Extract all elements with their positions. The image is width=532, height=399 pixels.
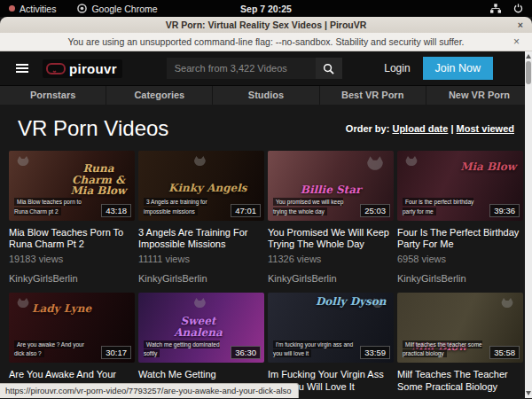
video-title-link[interactable]: Mia Blow Teaches Porn To Runa Charm Pt 2 xyxy=(9,227,135,250)
video-title-link[interactable]: Milf Teaches The Teacher Some Practical … xyxy=(397,369,523,392)
network-icon[interactable] xyxy=(490,4,501,13)
nav-item-categories[interactable]: Categories xyxy=(106,86,212,105)
cat-mask-watermark-icon xyxy=(371,297,385,309)
sort-most-viewed-link[interactable]: Most viewed xyxy=(457,123,514,134)
logo-text: pirouvr xyxy=(69,61,117,76)
view-count: 6958 views xyxy=(397,254,523,264)
video-card: Runa Charm & Mia Blow Mia Blow teaches p… xyxy=(9,151,135,284)
video-thumbnail[interactable]: Sweet Analena Watch me getting dominated… xyxy=(138,293,264,363)
view-count: 19183 views xyxy=(9,254,135,264)
login-link[interactable]: Login xyxy=(384,62,410,74)
thumbnail-overlay-name: Mia Blow xyxy=(460,161,516,173)
warning-message: You are using an unsupported command-lin… xyxy=(67,36,464,47)
thumbnail-caption: Four is the perfect birthday party for m… xyxy=(403,198,484,216)
nav-item-pornstars[interactable]: Pornstars xyxy=(0,86,106,105)
scrollbar-thumb[interactable] xyxy=(526,61,531,84)
cat-mask-watermark-icon xyxy=(365,155,385,171)
search-input[interactable] xyxy=(167,58,316,79)
warning-close-icon[interactable]: × xyxy=(513,35,520,48)
duration-badge: 47:01 xyxy=(231,204,261,217)
video-card: Mia Blow Milf teaches the teacher some p… xyxy=(397,293,523,398)
duration-badge: 35:58 xyxy=(489,346,520,359)
warning-bar: You are using an unsupported command-lin… xyxy=(0,33,532,51)
power-icon[interactable] xyxy=(513,4,523,13)
browser-viewport: pirouvr Login Join Now Pornstars Categor… xyxy=(0,51,532,398)
thumbnail-overlay-name: Runa Charm & Mia Blow xyxy=(66,163,130,197)
order-by-label: Order by: xyxy=(346,123,390,134)
view-count: 11111 views xyxy=(138,254,264,264)
activities-label: Activities xyxy=(20,4,56,14)
duration-badge: 33:59 xyxy=(360,346,390,359)
thumbnail-caption: Milf teaches the teacher some practical … xyxy=(403,340,484,359)
page-header: VR Porn Videos Order by: Upload date | M… xyxy=(0,105,532,149)
window-title: VR Porn: Virtual Reality Sex Videos | Pi… xyxy=(166,20,367,30)
site-header: pirouvr Login Join Now xyxy=(0,51,532,85)
clock[interactable]: Sep 7 20:25 xyxy=(240,4,292,14)
main-nav: Pornstars Categories Studios Best VR Por… xyxy=(0,85,532,105)
sort-separator: | xyxy=(450,123,453,134)
thumbnail-overlay-name: Mia Blow xyxy=(411,341,467,353)
window-close-icon[interactable]: × xyxy=(518,17,523,33)
duration-badge: 43:18 xyxy=(101,204,131,217)
sort-upload-date-link[interactable]: Upload date xyxy=(392,123,448,134)
studio-link[interactable]: KinkyGirlsBerlin xyxy=(397,273,523,284)
search-button[interactable] xyxy=(316,58,342,79)
page-title: VR Porn Videos xyxy=(18,116,168,141)
video-title-link[interactable]: You Promised We Will Keep Trying The Who… xyxy=(268,227,394,250)
status-bar-url: https://pirouvr.com/vr-porn-video/779325… xyxy=(0,383,299,398)
system-top-bar: Activities Google Chrome Sep 7 20:25 xyxy=(0,0,532,17)
nav-item-new-vr-porn[interactable]: New VR Porn xyxy=(426,86,532,105)
video-grid: Runa Charm & Mia Blow Mia Blow teaches p… xyxy=(0,149,532,398)
scroll-down-arrow-icon[interactable] xyxy=(526,391,531,395)
thumbnail-overlay-name: Sweet Analena xyxy=(167,316,230,338)
studio-link[interactable]: KinkyGirlsBerlin xyxy=(138,273,264,284)
join-now-button[interactable]: Join Now xyxy=(423,57,493,80)
thumbnail-overlay-name: Kinky Angels xyxy=(168,183,247,194)
vr-goggles-icon xyxy=(46,63,66,74)
duration-badge: 25:03 xyxy=(360,204,390,217)
cat-mask-watermark-icon xyxy=(500,297,514,309)
active-app-menu[interactable]: Google Chrome xyxy=(77,4,157,14)
cat-mask-watermark-icon xyxy=(192,155,207,167)
chrome-icon xyxy=(77,4,87,13)
view-count: 4754 views xyxy=(397,396,523,398)
search-bar xyxy=(167,58,342,79)
thumbnail-caption: 3 Angels are training for impossible mis… xyxy=(144,198,225,216)
video-thumbnail[interactable]: Mia Blow Milf teaches the teacher some p… xyxy=(397,293,523,363)
duration-badge: 39:36 xyxy=(489,204,520,217)
video-title-link[interactable]: Four Is The Perfect Birthday Party For M… xyxy=(397,227,523,250)
thumbnail-caption: Watch me getting dominated softly xyxy=(144,340,225,359)
cat-mask-watermark-icon xyxy=(16,297,30,309)
nav-item-studios[interactable]: Studios xyxy=(212,86,318,105)
thumbnail-caption: You promised we will keep trying the who… xyxy=(273,198,355,216)
video-thumbnail[interactable]: Kinky Angels 3 Angels are training for i… xyxy=(138,151,264,221)
nav-item-best-vr-porn[interactable]: Best VR Porn xyxy=(319,86,426,105)
video-title-link[interactable]: 3 Angels Are Training For Impossible Mis… xyxy=(138,227,264,250)
search-icon xyxy=(323,63,334,74)
video-thumbnail[interactable]: Dolly Dyson I'm fucking your virgin ass … xyxy=(268,293,394,363)
video-thumbnail[interactable]: Billie Star You promised we will keep tr… xyxy=(268,151,394,221)
video-card: Mia Blow Four is the perfect birthday pa… xyxy=(397,151,523,284)
scroll-up-arrow-icon[interactable] xyxy=(526,54,531,59)
video-thumbnail[interactable]: Lady Lyne Are you awake ? And your dick … xyxy=(9,293,135,363)
activities-button[interactable]: Activities xyxy=(9,4,56,14)
cat-mask-watermark-icon xyxy=(192,297,207,309)
window-title-bar: VR Porn: Virtual Reality Sex Videos | Pi… xyxy=(0,17,532,33)
thumbnail-caption: I'm fucking your virgin ass and you will… xyxy=(273,340,355,359)
video-thumbnail[interactable]: Mia Blow Four is the perfect birthday pa… xyxy=(397,151,523,221)
video-card: Billie Star You promised we will keep tr… xyxy=(268,151,394,284)
menu-icon[interactable] xyxy=(16,62,28,74)
scrollbar[interactable] xyxy=(525,51,532,398)
recording-dot-icon xyxy=(9,5,15,12)
thumbnail-caption: Are you awake ? And your dick also ? xyxy=(14,340,96,359)
sort-controls: Order by: Upload date | Most viewed xyxy=(346,123,514,134)
studio-link[interactable]: KinkyGirlsBerlin xyxy=(9,273,135,284)
duration-badge: 36:30 xyxy=(231,346,261,359)
duration-badge: 30:17 xyxy=(101,346,131,359)
studio-link[interactable]: KinkyGirlsBerlin xyxy=(268,273,394,284)
cat-mask-watermark-icon xyxy=(16,155,30,167)
video-thumbnail[interactable]: Runa Charm & Mia Blow Mia Blow teaches p… xyxy=(9,151,135,221)
video-card: Kinky Angels 3 Angels are training for i… xyxy=(138,151,264,284)
thumbnail-caption: Mia Blow teaches porn to Runa Charm pt 2 xyxy=(14,198,96,216)
site-logo[interactable]: pirouvr xyxy=(43,59,122,78)
